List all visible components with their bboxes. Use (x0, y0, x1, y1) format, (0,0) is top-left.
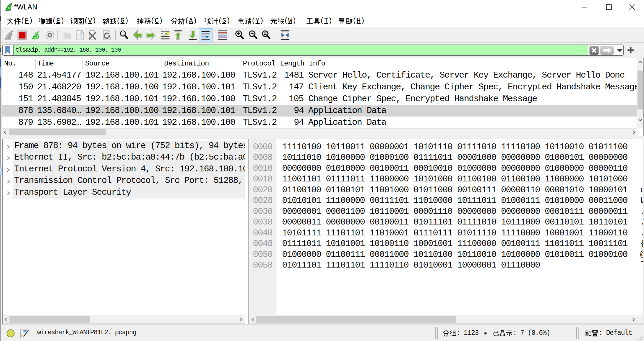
svg-text:0110: 0110 (78, 35, 82, 37)
svg-text:0111: 0111 (78, 37, 82, 40)
svg-text:0101: 0101 (78, 33, 82, 35)
svg-text:0111: 0111 (21, 336, 26, 338)
